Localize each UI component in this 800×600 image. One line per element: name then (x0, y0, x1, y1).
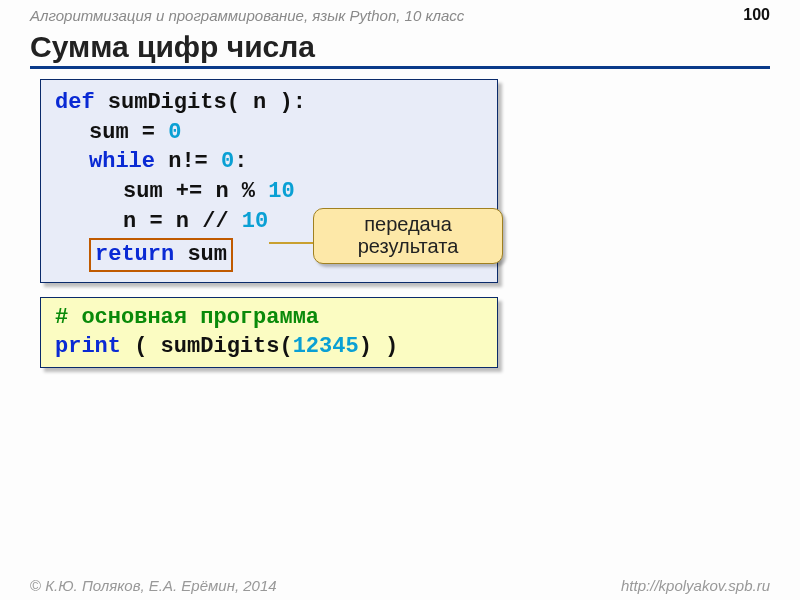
callout-bubble: передача результата (313, 208, 503, 264)
code-print-line: print ( sumDigits(12345) ) (55, 333, 485, 362)
callout-text-1: передача (320, 213, 496, 235)
code-line-3: while n!= 0: (55, 147, 485, 177)
slide-footer: К.Ю. Поляков, Е.А. Ерёмин, 2014 http://k… (0, 577, 800, 594)
code-line-1: def sumDigits( n ): (55, 88, 485, 118)
header-subject: Алгоритмизация и программирование, язык … (30, 7, 464, 24)
slide-header: Алгоритмизация и программирование, язык … (0, 0, 800, 26)
footer-url: http://kpolyakov.spb.ru (621, 577, 770, 594)
code-comment: # основная программа (55, 304, 485, 333)
code-line-4: sum += n % 10 (55, 177, 485, 207)
slide-title: Сумма цифр числа (30, 30, 770, 69)
main-program-code-block: # основная программа print ( sumDigits(1… (40, 297, 498, 368)
callout-connector (269, 242, 313, 244)
callout-text-2: результата (320, 235, 496, 257)
footer-authors: К.Ю. Поляков, Е.А. Ерёмин, 2014 (30, 577, 277, 594)
page-number: 100 (743, 6, 770, 24)
code-line-2: sum = 0 (55, 118, 485, 148)
return-highlight-box: return sum (89, 238, 233, 272)
function-code-block: def sumDigits( n ): sum = 0 while n!= 0:… (40, 79, 498, 283)
